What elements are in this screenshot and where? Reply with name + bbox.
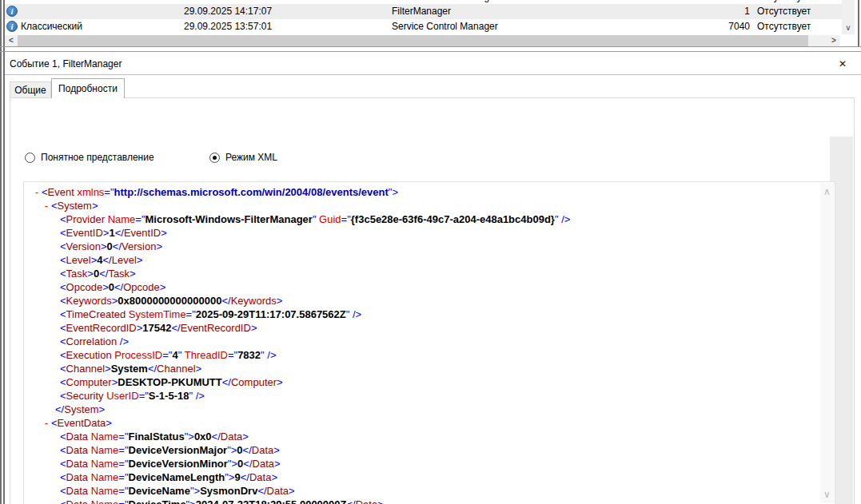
xml-line: <Task>0</Task> (35, 267, 817, 280)
xml-token: " /> (346, 308, 361, 320)
xml-token: =" (118, 471, 128, 483)
radio-xml-view[interactable]: Режим XML (209, 151, 277, 164)
xml-token: </ (257, 485, 266, 497)
xml-token: "> (389, 186, 398, 198)
xml-token: Correlation (66, 335, 118, 347)
collapse-marker-icon[interactable]: - (45, 417, 51, 429)
xml-line: <Opcode>0</Opcode> (35, 280, 817, 294)
scroll-down-icon[interactable]: ∨ (842, 22, 855, 34)
xml-token: =" (341, 213, 351, 225)
xml-token: Level (66, 254, 91, 266)
scroll-down-icon[interactable]: ∨ (820, 487, 834, 502)
xml-token: > (137, 254, 143, 266)
xml-token: DeviceTime (129, 498, 186, 504)
xml-token: =" (118, 444, 128, 456)
panel-top-border (0, 51, 861, 52)
vertical-scrollbar[interactable]: ∨ (842, 0, 855, 34)
xml-token: > (92, 200, 98, 212)
table-row[interactable]: iКлассический29.09.2025 13:57:01Service … (5, 19, 842, 34)
xml-token: " /> (555, 213, 570, 225)
xml-token: < (60, 213, 66, 225)
xml-vertical-scrollbar[interactable]: ∧ ∨ (820, 183, 834, 503)
xml-token: < (60, 498, 66, 504)
xml-token: Data (267, 485, 289, 497)
xml-token: > (377, 498, 384, 504)
xml-token: =" (135, 213, 145, 225)
radio-friendly-view[interactable]: Понятное представление (25, 151, 154, 164)
xml-token: 0 (109, 281, 114, 293)
window-left-border (0, 0, 2, 504)
xml-token: EventID (66, 227, 103, 239)
xml-token: "> (186, 498, 196, 504)
xml-token: =" (118, 498, 128, 504)
xml-token: < (60, 227, 66, 239)
collapse-marker-icon[interactable]: - (45, 200, 51, 212)
scroll-left-icon[interactable]: < (5, 35, 18, 46)
panel-title: Событие 1, FilterManager (10, 58, 122, 69)
xml-token: 1 (109, 227, 114, 239)
xml-token: </ (114, 281, 123, 293)
xml-token: " /> (261, 349, 276, 361)
xml-token: xmlns (74, 186, 105, 198)
xml-token: Microsoft-Windows-FilterManager (145, 213, 313, 225)
xml-token: > (289, 485, 295, 497)
xml-line: <EventID>1</EventID> (35, 226, 817, 240)
xml-token: Data (249, 471, 271, 483)
tab-details[interactable]: Подробности (51, 78, 125, 98)
collapse-marker-icon[interactable]: - (35, 186, 42, 198)
table-row[interactable]: i29.09.2025 14:17:07FilterManager1Отсутс… (5, 4, 842, 19)
xml-token: < (60, 376, 66, 388)
xml-token: > (160, 281, 166, 293)
scrollbar-thumb[interactable] (18, 35, 808, 46)
xml-line: <EventRecordID>17542</EventRecordID> (35, 321, 817, 335)
xml-line: <Security UserID="S-1-5-18" /> (35, 389, 817, 403)
horizontal-scrollbar[interactable]: < > (5, 35, 840, 46)
window-right-border (858, 0, 859, 47)
xml-token: EventRecordID (66, 322, 137, 334)
xml-line: <Data Name="DeviceName">SysmonDrv</Data> (35, 484, 817, 498)
xml-token: DeviceNameLength (129, 471, 225, 483)
radio-friendly-view-label: Понятное представление (41, 152, 154, 163)
xml-token: S-1-5-18 (149, 390, 189, 402)
xml-token: < (60, 390, 66, 402)
scroll-up-icon[interactable]: ∧ (820, 185, 834, 199)
xml-token: Keywords (66, 295, 112, 307)
xml-token: System (58, 200, 92, 212)
xml-token: > (242, 431, 249, 442)
event-list: Service Control Manager Отсутствует i29.… (5, 0, 856, 46)
xml-line: <Execution ProcessID="4" ThreadID="7832"… (35, 348, 817, 362)
close-button[interactable]: ✕ (835, 57, 850, 71)
xml-token: </ (243, 458, 252, 470)
xml-token: < (60, 363, 66, 375)
tab-general[interactable]: Общие (10, 81, 51, 97)
radio-checked-icon[interactable] (209, 153, 220, 163)
xml-token: Name (88, 431, 118, 442)
xml-token: < (60, 335, 66, 347)
xml-token: < (60, 322, 66, 334)
xml-token: Channel (66, 363, 105, 375)
xml-token: "> (227, 444, 237, 456)
xml-token: /> (117, 335, 129, 347)
scroll-right-icon[interactable]: > (827, 35, 840, 46)
xml-token: < (60, 240, 66, 252)
xml-line: - <EventData> (35, 416, 817, 430)
xml-token: Name (88, 471, 118, 483)
row-datetime: 29.09.2025 13:57:01 (184, 19, 272, 34)
xml-token: > (87, 268, 94, 280)
xml-token: > (251, 322, 257, 334)
radio-unchecked-icon[interactable] (25, 153, 35, 163)
xml-token: Data (66, 444, 88, 456)
xml-token: TimeCreated (66, 308, 126, 320)
xml-token: " /> (189, 390, 204, 402)
xml-token: ProcessID (112, 349, 163, 361)
xml-token: Opcode (123, 281, 160, 293)
xml-token: </ (103, 254, 112, 266)
radio-xml-view-label: Режим XML (225, 152, 277, 163)
splitter-line (0, 46, 861, 47)
xml-token: EventRecordID (181, 322, 251, 334)
xml-token: {f3c5e28e-63f6-49c7-a204-e48a1bc4b09d} (351, 213, 555, 225)
xml-line: <Level>4</Level> (35, 253, 817, 267)
xml-token: </ (346, 498, 355, 504)
xml-line: <Keywords>0x8000000000000000</Keywords> (35, 294, 817, 308)
xml-token: < (60, 485, 66, 497)
